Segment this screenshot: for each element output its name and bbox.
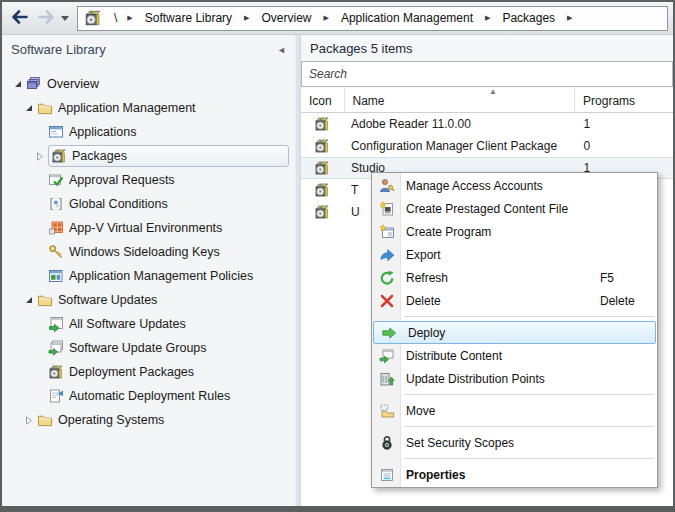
package-icon — [314, 182, 330, 198]
breadcrumb-root[interactable]: \ — [112, 11, 119, 25]
search-input[interactable] — [301, 61, 673, 87]
forward-button[interactable] — [33, 5, 59, 31]
key-icon — [48, 244, 64, 260]
tree-item-operating-systems[interactable]: Operating Systems — [2, 408, 295, 432]
menu-item-properties[interactable]: Properties — [372, 463, 657, 486]
tree-item-software-update-groups[interactable]: Software Update Groups — [2, 336, 295, 360]
chevron-right-icon[interactable]: ▶ — [236, 14, 257, 22]
column-header-name[interactable]: Name — [345, 88, 576, 112]
tree-item-all-software-updates[interactable]: All Software Updates — [2, 312, 295, 336]
sort-ascending-icon: ▲ — [489, 88, 497, 96]
tree-item-packages[interactable]: Packages — [2, 144, 295, 168]
expander-expanded-icon[interactable] — [10, 76, 26, 92]
column-header-programs[interactable]: Programs — [575, 88, 673, 112]
menu-item-refresh[interactable]: Refresh F5 — [372, 266, 657, 289]
table-row[interactable]: Configuration Manager Client Package 0 — [301, 135, 673, 157]
folder-icon — [37, 100, 53, 116]
create-program-icon — [372, 224, 401, 240]
deployment-rules-icon — [48, 388, 64, 404]
global-conditions-icon — [48, 196, 64, 212]
tree-item-windows-sideloading-keys[interactable]: Windows Sideloading Keys — [2, 240, 295, 264]
context-menu: Manage Access Accounts Create Prestaged … — [371, 172, 658, 488]
properties-icon — [372, 467, 401, 483]
tree-item-appv-virtual-environments[interactable]: App-V Virtual Environments — [2, 216, 295, 240]
expander-expanded-icon[interactable] — [21, 100, 37, 116]
appv-icon — [48, 220, 64, 236]
breadcrumb-overview[interactable]: Overview — [258, 11, 316, 25]
overview-icon — [26, 76, 42, 92]
user-key-icon — [372, 178, 401, 194]
expander-expanded-icon[interactable] — [21, 292, 37, 308]
menu-separator — [404, 394, 654, 395]
tree-item-approval-requests[interactable]: Approval Requests — [2, 168, 295, 192]
approval-requests-icon — [48, 172, 64, 188]
move-folder-icon — [372, 403, 401, 419]
package-icon — [314, 138, 330, 154]
tree-item-automatic-deployment-rules[interactable]: Automatic Deployment Rules — [2, 384, 295, 408]
package-icon — [51, 148, 67, 164]
menu-item-distribute-content[interactable]: Distribute Content — [372, 344, 657, 367]
export-arrow-icon — [372, 247, 401, 263]
expander-collapsed-icon[interactable] — [32, 148, 48, 164]
breadcrumb-software-library[interactable]: Software Library — [141, 11, 236, 25]
menu-item-create-prestaged-content-file[interactable]: Create Prestaged Content File — [372, 197, 657, 220]
navigation-tree: Overview Application Management Applicat… — [2, 72, 295, 432]
package-icon — [314, 160, 330, 176]
tree-item-application-management-policies[interactable]: Application Management Policies — [2, 264, 295, 288]
breadcrumb-application-management[interactable]: Application Management — [337, 11, 477, 25]
folder-icon — [37, 292, 53, 308]
distribute-content-icon — [372, 348, 401, 364]
tree-item-application-management[interactable]: Application Management — [2, 96, 295, 120]
table-row[interactable]: Adobe Reader 11.0.00 1 — [301, 113, 673, 135]
tree-item-global-conditions[interactable]: Global Conditions — [2, 192, 295, 216]
chevron-right-icon[interactable]: ▶ — [559, 14, 580, 22]
history-dropdown-icon[interactable] — [59, 5, 71, 31]
tree-item-applications[interactable]: Applications — [2, 120, 295, 144]
lock-icon — [372, 435, 401, 451]
update-groups-icon — [48, 340, 64, 356]
package-icon — [314, 116, 330, 132]
menu-item-move[interactable]: Move — [372, 399, 657, 422]
tree-item-deployment-packages[interactable]: Deployment Packages — [2, 360, 295, 384]
breadcrumb-packages[interactable]: Packages — [498, 11, 559, 25]
menu-item-deploy[interactable]: Deploy — [373, 321, 656, 344]
tree-item-overview[interactable]: Overview — [2, 72, 295, 96]
chevron-right-icon[interactable]: ▶ — [477, 14, 498, 22]
menu-item-update-distribution-points[interactable]: Update Distribution Points — [372, 367, 657, 390]
breadcrumb: \ ▶ Software Library ▶ Overview ▶ Applic… — [77, 6, 668, 31]
update-distribution-points-icon — [372, 371, 401, 387]
applications-icon — [48, 124, 64, 140]
menu-item-delete[interactable]: Delete Delete — [372, 289, 657, 312]
app-window: \ ▶ Software Library ▶ Overview ▶ Applic… — [0, 0, 675, 512]
back-button[interactable] — [7, 5, 33, 31]
menu-item-manage-access-accounts[interactable]: Manage Access Accounts — [372, 174, 657, 197]
menu-item-set-security-scopes[interactable]: Set Security Scopes — [372, 431, 657, 454]
menu-separator — [404, 458, 654, 459]
chevron-right-icon[interactable]: ▶ — [316, 14, 337, 22]
tree-item-software-updates[interactable]: Software Updates — [2, 288, 295, 312]
sidebar: Software Library ◄ Overview Appl — [2, 35, 295, 506]
column-header-icon[interactable]: Icon — [301, 88, 345, 112]
folder-icon — [37, 412, 53, 428]
deploy-arrow-icon — [374, 325, 403, 341]
sidebar-title: Software Library — [11, 42, 277, 57]
list-header: ▲ Icon Name Programs — [301, 88, 673, 113]
policies-icon — [48, 268, 64, 284]
forward-arrow-icon — [36, 7, 56, 30]
package-icon — [84, 9, 102, 27]
toolbar: \ ▶ Software Library ▶ Overview ▶ Applic… — [2, 2, 673, 35]
menu-item-create-program[interactable]: Create Program — [372, 220, 657, 243]
back-arrow-icon — [10, 7, 30, 30]
tree-item-packages-selection: Packages — [48, 145, 289, 167]
refresh-icon — [372, 270, 401, 286]
menu-separator — [404, 316, 654, 317]
expander-collapsed-icon[interactable] — [21, 412, 37, 428]
chevron-right-icon[interactable]: ▶ — [119, 14, 140, 22]
prestaged-file-icon — [372, 201, 401, 217]
menu-item-export[interactable]: Export — [372, 243, 657, 266]
software-updates-icon — [48, 316, 64, 332]
package-icon — [48, 364, 64, 380]
search-bar — [301, 61, 673, 88]
sidebar-header: Software Library ◄ — [2, 35, 295, 64]
collapse-sidebar-icon[interactable]: ◄ — [277, 45, 286, 55]
